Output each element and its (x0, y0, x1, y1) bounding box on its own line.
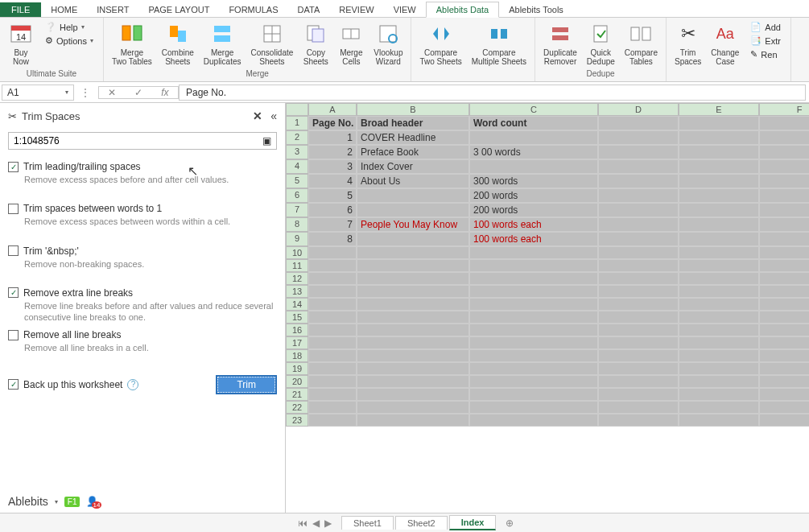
cell-B10[interactable] (357, 246, 469, 259)
row-head-20[interactable]: 20 (286, 375, 308, 388)
cell-C12[interactable] (469, 272, 598, 285)
checkbox-between-words[interactable] (8, 204, 19, 214)
cell-F1[interactable] (759, 116, 809, 130)
cell-D9[interactable] (598, 232, 679, 246)
cell-C4[interactable] (469, 159, 598, 174)
f1-badge[interactable]: F1 (64, 497, 80, 507)
cell-C16[interactable] (469, 324, 598, 336)
cell-A5[interactable]: 4 (308, 174, 357, 188)
cell-D1[interactable] (598, 116, 679, 130)
cell-D21[interactable] (598, 388, 679, 401)
cell-D13[interactable] (598, 285, 679, 298)
cell-C7[interactable]: 200 words (469, 203, 598, 217)
cell-A21[interactable] (308, 388, 357, 401)
sheet-tab-2[interactable]: Sheet2 (395, 516, 448, 530)
tab-view[interactable]: VIEW (384, 2, 426, 17)
cell-C5[interactable]: 300 words (469, 174, 598, 188)
cell-B6[interactable] (357, 188, 469, 203)
cell-B20[interactable] (357, 375, 469, 388)
cell-C13[interactable] (469, 285, 598, 298)
row-head-18[interactable]: 18 (286, 349, 308, 362)
cell-F11[interactable] (759, 259, 809, 272)
cell-A19[interactable] (308, 362, 357, 375)
cell-D5[interactable] (598, 174, 679, 188)
vlookup-wizard-button[interactable]: Vlookup Wizard (369, 19, 407, 68)
tab-file[interactable]: FILE (0, 2, 41, 17)
cell-C14[interactable] (469, 298, 598, 311)
spreadsheet-grid[interactable]: ABCDEF1Page No.Broad headerWord count21C… (286, 103, 809, 513)
merge-cells-button[interactable]: Merge Cells (333, 19, 369, 68)
cell-F22[interactable] (759, 401, 809, 414)
cancel-icon[interactable]: ✕ (108, 87, 116, 98)
cell-A3[interactable]: 2 (308, 145, 357, 159)
cell-F13[interactable] (759, 285, 809, 298)
cell-E4[interactable] (679, 159, 759, 174)
cell-F8[interactable] (759, 217, 809, 232)
cell-C1[interactable]: Word count (469, 116, 598, 130)
cell-B12[interactable] (357, 272, 469, 285)
cell-A6[interactable]: 5 (308, 188, 357, 203)
cell-B8[interactable]: People You May Know (357, 217, 469, 232)
cell-B2[interactable]: COVER Headline (357, 130, 469, 145)
col-head-E[interactable]: E (679, 103, 759, 116)
col-head-B[interactable]: B (357, 103, 469, 116)
cell-D10[interactable] (598, 246, 679, 259)
help-icon[interactable]: ? (127, 379, 138, 390)
row-head-23[interactable]: 23 (286, 414, 308, 427)
combine-sheets-button[interactable]: Combine Sheets (157, 19, 199, 68)
row-head-1[interactable]: 1 (286, 116, 308, 130)
add-button[interactable]: 📄Add (749, 21, 782, 33)
sheet-tab-active[interactable]: Index (449, 515, 497, 530)
cell-E3[interactable] (679, 145, 759, 159)
formula-input[interactable]: Page No. (179, 85, 806, 101)
range-input[interactable] (14, 135, 262, 146)
cell-B13[interactable] (357, 285, 469, 298)
cell-E11[interactable] (679, 259, 759, 272)
cell-F14[interactable] (759, 298, 809, 311)
merge-duplicates-button[interactable]: Merge Duplicates (199, 19, 246, 68)
cell-D17[interactable] (598, 336, 679, 349)
cell-C17[interactable] (469, 336, 598, 349)
cell-E23[interactable] (679, 414, 759, 427)
cell-E2[interactable] (679, 130, 759, 145)
cell-A23[interactable] (308, 414, 357, 427)
close-icon[interactable]: ✕ (253, 109, 262, 122)
select-range-icon[interactable]: ▣ (262, 135, 271, 146)
compare-two-sheets-button[interactable]: Compare Two Sheets (415, 19, 466, 68)
row-head-9[interactable]: 9 (286, 232, 308, 246)
cell-C6[interactable]: 200 words (469, 188, 598, 203)
row-head-11[interactable]: 11 (286, 259, 308, 272)
cell-F3[interactable] (759, 145, 809, 159)
col-head-D[interactable]: D (598, 103, 679, 116)
cell-D22[interactable] (598, 401, 679, 414)
cell-D12[interactable] (598, 272, 679, 285)
cell-F7[interactable] (759, 203, 809, 217)
compare-multiple-sheets-button[interactable]: Compare Multiple Sheets (467, 19, 531, 68)
name-box[interactable]: A1▾ (2, 85, 74, 101)
cell-C3[interactable]: 3 00 words (469, 145, 598, 159)
cell-F21[interactable] (759, 388, 809, 401)
tab-ablebits-tools[interactable]: Ablebits Tools (499, 2, 573, 17)
cell-A13[interactable] (308, 285, 357, 298)
enter-icon[interactable]: ✓ (134, 87, 142, 98)
checkbox-all-breaks[interactable] (8, 330, 19, 340)
trim-spaces-button[interactable]: ✂Trim Spaces (670, 19, 706, 68)
row-head-7[interactable]: 7 (286, 203, 308, 217)
cell-A8[interactable]: 7 (308, 217, 357, 232)
row-head-15[interactable]: 15 (286, 311, 308, 324)
cell-A16[interactable] (308, 324, 357, 336)
cell-F10[interactable] (759, 246, 809, 259)
cell-B11[interactable] (357, 259, 469, 272)
consolidate-sheets-button[interactable]: Consolidate Sheets (246, 19, 299, 68)
cell-B19[interactable] (357, 362, 469, 375)
cell-F16[interactable] (759, 324, 809, 336)
cell-F18[interactable] (759, 349, 809, 362)
extr-button[interactable]: 📑Extr (749, 35, 782, 47)
cell-E5[interactable] (679, 174, 759, 188)
cell-A2[interactable]: 1 (308, 130, 357, 145)
ablebits-label[interactable]: Ablebits (8, 495, 48, 508)
cell-D4[interactable] (598, 159, 679, 174)
cell-D23[interactable] (598, 414, 679, 427)
cell-E9[interactable] (679, 232, 759, 246)
row-head-12[interactable]: 12 (286, 272, 308, 285)
